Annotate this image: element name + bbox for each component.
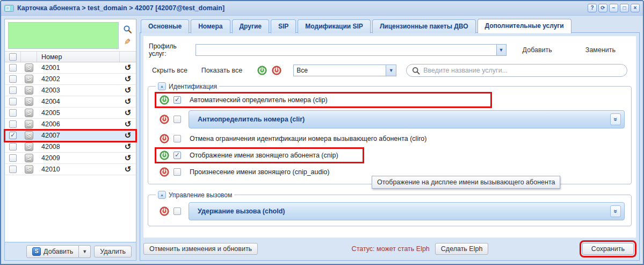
- power-off-icon[interactable]: [160, 134, 169, 144]
- number-label[interactable]: 42003: [37, 87, 120, 94]
- tab-license-packages[interactable]: Лицензионные пакеты ДВО: [372, 19, 476, 33]
- service-row-cnip[interactable]: Отображение имени звонящего абонента (cn…: [155, 147, 364, 163]
- category-filter-select[interactable]: Все ▼: [293, 65, 396, 76]
- make-elph-button[interactable]: Сделать Elph: [435, 243, 489, 255]
- collapse-icon[interactable]: ▲: [158, 191, 166, 199]
- row-checkbox[interactable]: [9, 109, 17, 117]
- number-label[interactable]: 42004: [37, 98, 120, 105]
- hide-all-button[interactable]: Скрыть все: [152, 67, 187, 74]
- history-icon[interactable]: ↺: [125, 166, 132, 174]
- expand-more-icon[interactable]: »: [610, 113, 621, 125]
- show-all-button[interactable]: Показать все: [201, 67, 242, 74]
- row-checkbox[interactable]: [9, 143, 17, 151]
- history-icon[interactable]: ↺: [125, 75, 132, 83]
- power-off-filter-icon[interactable]: [272, 66, 281, 75]
- help-button[interactable]: ?: [588, 4, 597, 12]
- service-checkbox[interactable]: [173, 135, 181, 142]
- number-row[interactable]: S 42001 ↺: [5, 62, 136, 74]
- service-checkbox[interactable]: [173, 116, 181, 123]
- number-label[interactable]: 42005: [37, 109, 120, 117]
- row-checkbox[interactable]: [9, 87, 17, 94]
- quick-search-input[interactable]: [8, 22, 119, 49]
- history-icon[interactable]: ↺: [125, 143, 132, 151]
- tab-other[interactable]: Другие: [232, 19, 269, 33]
- maximize-button[interactable]: □: [620, 4, 629, 12]
- history-icon[interactable]: ↺: [125, 154, 132, 162]
- service-search-field[interactable]: [406, 64, 627, 77]
- number-row[interactable]: S 42010 ↺: [5, 164, 136, 175]
- number-row[interactable]: S 42004 ↺: [5, 96, 136, 108]
- number-row[interactable]: S 42003 ↺: [5, 85, 136, 96]
- number-column-header[interactable]: Номер: [37, 52, 120, 62]
- service-checkbox[interactable]: [173, 152, 181, 159]
- row-checkbox[interactable]: [9, 98, 17, 105]
- expand-more-icon[interactable]: »: [610, 205, 621, 217]
- add-number-dropdown-button[interactable]: ▼: [79, 245, 91, 258]
- tab-sip[interactable]: SIP: [271, 19, 296, 33]
- row-checkbox[interactable]: [9, 120, 17, 128]
- number-row[interactable]: S 42005 ↺: [5, 108, 136, 119]
- service-profile-row: Профиль услуг: ▼ Добавить Заменить: [143, 40, 636, 62]
- status-text: Статус: может стать Elph: [352, 245, 430, 253]
- chevron-down-icon[interactable]: ▼: [496, 44, 506, 56]
- select-all-checkbox[interactable]: [9, 53, 17, 61]
- save-button[interactable]: Сохранить: [582, 243, 634, 255]
- number-label[interactable]: 42007: [37, 132, 120, 139]
- profile-input[interactable]: [196, 44, 496, 56]
- number-label[interactable]: 42009: [37, 154, 120, 162]
- service-row-chold: Удержание вызова (chold) »: [160, 202, 627, 220]
- power-on-icon[interactable]: [160, 95, 169, 105]
- refresh-button[interactable]: ⟳: [598, 4, 607, 12]
- number-row-selected[interactable]: S 42007 ↺: [5, 130, 136, 141]
- number-label[interactable]: 42008: [37, 143, 120, 151]
- power-off-icon[interactable]: [160, 167, 169, 177]
- tab-additional-services[interactable]: Дополнительные услуги: [477, 19, 571, 33]
- service-bar[interactable]: Антиопределитель номера (clir) »: [189, 110, 625, 128]
- edit-button[interactable]: ✎: [121, 35, 134, 48]
- number-row[interactable]: S 42009 ↺: [5, 153, 136, 164]
- quick-search-area: ✎: [5, 19, 136, 51]
- history-icon[interactable]: ↺: [125, 109, 132, 117]
- service-row-cliro[interactable]: Отмена ограничения идентификации номера …: [155, 131, 627, 147]
- service-checkbox[interactable]: [173, 207, 181, 215]
- row-checkbox[interactable]: [9, 75, 17, 83]
- power-on-icon[interactable]: [160, 151, 169, 160]
- service-row-clip[interactable]: Автоматический определитель номера (clip…: [155, 92, 492, 108]
- number-row[interactable]: S 42002 ↺: [5, 74, 136, 85]
- history-icon[interactable]: ↺: [125, 64, 132, 72]
- tab-numbers[interactable]: Номера: [191, 19, 230, 33]
- service-search-input[interactable]: [423, 67, 621, 74]
- service-checkbox[interactable]: [173, 168, 181, 176]
- power-off-icon[interactable]: [160, 206, 169, 216]
- collapse-icon[interactable]: ▲: [158, 82, 166, 90]
- row-checkbox[interactable]: [9, 132, 17, 139]
- power-on-filter-icon[interactable]: [257, 66, 267, 75]
- search-button[interactable]: [121, 23, 134, 35]
- row-checkbox[interactable]: [9, 154, 17, 162]
- history-icon[interactable]: ↺: [125, 120, 132, 128]
- number-label[interactable]: 42010: [37, 166, 120, 173]
- minimize-button[interactable]: −: [609, 4, 618, 12]
- service-bar[interactable]: Удержание вызова (chold) »: [189, 202, 625, 220]
- number-row[interactable]: S 42008 ↺: [5, 141, 136, 153]
- profile-add-button[interactable]: Добавить: [523, 46, 552, 54]
- number-label[interactable]: 42006: [37, 120, 120, 128]
- service-checkbox[interactable]: [173, 96, 181, 104]
- delete-number-button[interactable]: Удалить: [94, 246, 132, 257]
- row-checkbox[interactable]: [9, 166, 17, 173]
- history-icon[interactable]: ↺: [125, 87, 132, 95]
- close-button[interactable]: ×: [631, 4, 640, 12]
- cancel-refresh-button[interactable]: Отменить изменения и обновить: [143, 243, 258, 255]
- number-label[interactable]: 42002: [37, 75, 120, 83]
- add-number-button[interactable]: S Добавить: [26, 245, 79, 258]
- profile-replace-button[interactable]: Заменить: [585, 46, 616, 54]
- number-row[interactable]: S 42006 ↺: [5, 119, 136, 130]
- profile-combobox[interactable]: ▼: [196, 44, 506, 56]
- number-label[interactable]: 42001: [37, 64, 120, 71]
- history-icon[interactable]: ↺: [125, 132, 132, 140]
- row-checkbox[interactable]: [9, 64, 17, 71]
- tab-main[interactable]: Основные: [141, 19, 189, 33]
- power-off-icon[interactable]: [160, 114, 169, 124]
- history-icon[interactable]: ↺: [125, 98, 132, 106]
- tab-sip-modifications[interactable]: Модификации SIP: [298, 19, 371, 33]
